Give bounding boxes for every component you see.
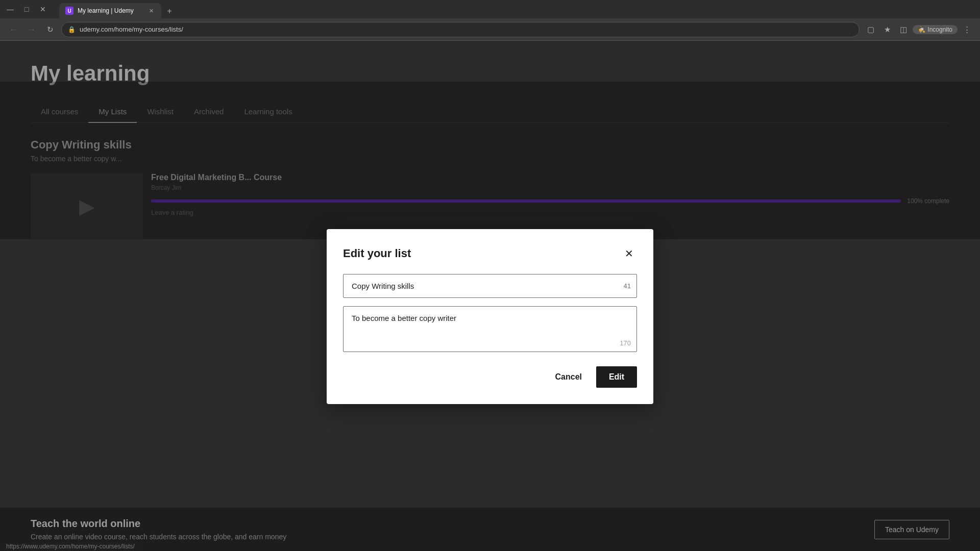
edit-button[interactable]: Edit (596, 366, 637, 388)
incognito-label: Incognito (927, 26, 952, 33)
refresh-button[interactable]: ↻ (43, 22, 57, 37)
browser-toolbar: ← → ↻ 🔒 udemy.com/home/my-courses/lists/… (0, 18, 980, 41)
tab-bar: U My learning | Udemy ✕ + (55, 0, 181, 18)
new-tab-button[interactable]: + (162, 4, 177, 18)
list-description-field: To become a better copy writer 170 (343, 306, 637, 354)
tab-favicon: U (65, 7, 74, 15)
tab-title: My learning | Udemy (78, 7, 143, 14)
edit-list-modal: Edit your list ✕ 41 To become a better c… (327, 229, 653, 404)
incognito-badge: 🕵 Incognito (913, 25, 958, 34)
tab-close-button[interactable]: ✕ (147, 7, 155, 15)
split-screen-button[interactable]: ◫ (896, 22, 911, 37)
bookmark-button[interactable]: ★ (880, 22, 894, 37)
lock-icon: 🔒 (68, 26, 76, 33)
incognito-icon: 🕵 (918, 26, 925, 33)
modal-actions: Cancel Edit (343, 366, 637, 388)
address-bar[interactable]: 🔒 udemy.com/home/my-courses/lists/ (61, 22, 860, 37)
modal-overlay: Edit your list ✕ 41 To become a better c… (0, 82, 980, 551)
maximize-button[interactable]: □ (20, 3, 33, 15)
page-background: My learning All courses My Lists Wishlis… (0, 41, 980, 551)
list-name-field: 41 (343, 274, 637, 298)
list-name-input[interactable] (343, 274, 637, 298)
url-display: udemy.com/home/my-courses/lists/ (80, 26, 183, 33)
toolbar-actions: ▢ ★ ◫ 🕵 Incognito ⋮ (864, 22, 974, 37)
modal-header: Edit your list ✕ (343, 245, 637, 262)
back-button[interactable]: ← (6, 22, 20, 37)
cancel-button[interactable]: Cancel (547, 367, 590, 387)
menu-button[interactable]: ⋮ (960, 22, 974, 37)
modal-title: Edit your list (343, 247, 411, 260)
browser-chrome: — □ ✕ U My learning | Udemy ✕ + ← → ↻ 🔒 … (0, 0, 980, 41)
minimize-button[interactable]: — (4, 3, 16, 15)
modal-close-button[interactable]: ✕ (621, 245, 637, 262)
cast-icon[interactable]: ▢ (864, 22, 878, 37)
close-button[interactable]: ✕ (37, 3, 49, 15)
forward-button[interactable]: → (24, 22, 39, 37)
active-tab[interactable]: U My learning | Udemy ✕ (59, 3, 161, 18)
window-controls: — □ ✕ (4, 3, 49, 15)
list-description-textarea[interactable]: To become a better copy writer (343, 306, 637, 352)
browser-titlebar: — □ ✕ U My learning | Udemy ✕ + (0, 0, 980, 18)
